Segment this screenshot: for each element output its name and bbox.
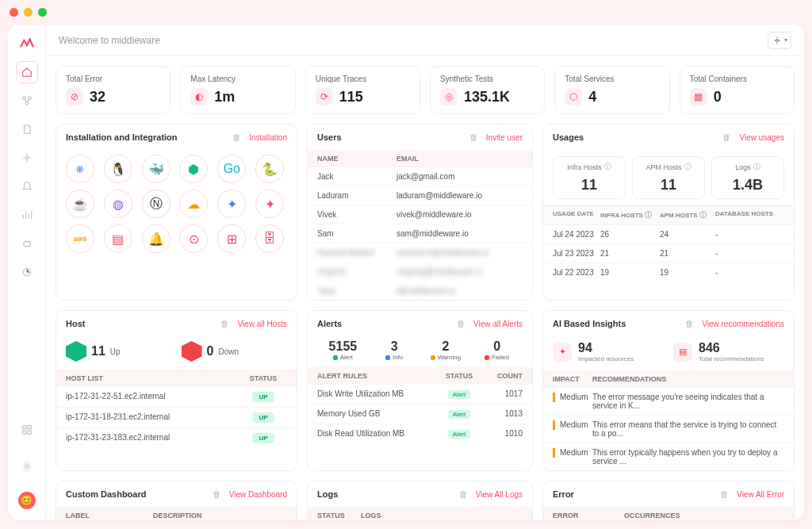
svg-point-12 — [25, 465, 29, 468]
install-integration-icon[interactable]: ✦ — [217, 190, 246, 218]
containers-icon: ▦ — [690, 88, 707, 105]
install-linux-icon[interactable]: 🐧 — [104, 155, 132, 183]
info-icon[interactable]: ⓘ — [699, 211, 707, 219]
table-row[interactable]: ip-172-31-18-231.ec2.internalUP — [56, 408, 297, 428]
view-all-error-link[interactable]: View All Error — [737, 490, 784, 499]
sidebar-item-logs[interactable] — [16, 118, 38, 140]
sidebar-item-rum[interactable] — [16, 261, 38, 283]
svg-point-6 — [28, 240, 29, 240]
info-icon[interactable]: ⓘ — [753, 162, 760, 172]
view-dashboard-link[interactable]: View Dashboard — [229, 490, 287, 499]
table-row[interactable]: ip-172-31-23-183.ec2.internalUP — [56, 428, 297, 448]
table-row[interactable]: Jul 23 20232121- — [543, 244, 794, 263]
info-icon[interactable]: ⓘ — [645, 211, 652, 219]
table-row[interactable]: MediumThe error message you're seeing in… — [543, 388, 794, 416]
user-avatar[interactable]: 😊 — [18, 492, 36, 509]
view-all-logs-link[interactable]: View All Logs — [476, 490, 523, 499]
insights-panel: AI Based Insights 🗑 View recommendations… — [542, 310, 795, 471]
sidebar-item-settings[interactable] — [16, 455, 38, 477]
table-row[interactable]: Samsam@middleware.io — [308, 224, 532, 243]
sidebar-item-synthetics[interactable] — [16, 232, 38, 255]
install-integration-icon[interactable]: ⊞ — [217, 224, 246, 253]
table-row[interactable]: MediumThis error means that the service … — [543, 416, 794, 443]
view-all-hosts-link[interactable]: View all Hosts — [237, 320, 287, 328]
table-row[interactable]: Jul 22 20231919- — [543, 263, 794, 282]
table-row[interactable]: Vivekvivek@middleware.io — [308, 205, 532, 224]
installation-link[interactable]: Installation — [249, 133, 287, 142]
sidebar-item-alerts[interactable] — [16, 175, 38, 197]
svg-rect-11 — [28, 431, 31, 434]
trash-icon[interactable]: 🗑 — [685, 319, 694, 328]
trash-icon[interactable]: 🗑 — [720, 489, 729, 499]
table-row[interactable]: Memory Used GBAlert1013 — [308, 404, 532, 424]
dot-icon — [485, 355, 489, 360]
install-integration-icon[interactable]: ⊙ — [179, 224, 208, 253]
trash-icon[interactable]: 🗑 — [457, 319, 465, 328]
trash-icon[interactable]: 🗑 — [469, 132, 478, 142]
row-3: Host 🗑 View all Hosts 11Up 0Down HOST LI… — [56, 310, 795, 471]
kpi-value: 135.1K — [464, 89, 510, 105]
svg-point-13 — [776, 39, 778, 41]
install-aws-icon[interactable]: aws — [66, 224, 94, 253]
traffic-close[interactable] — [10, 8, 18, 17]
sidebar-item-home[interactable] — [16, 61, 38, 83]
impacted-icon: ✦ — [553, 343, 572, 362]
install-golang-icon[interactable]: Go — [217, 155, 246, 183]
view-usages-link[interactable]: View usages — [739, 133, 784, 142]
table-row[interactable]: Jackjack@gmail.com — [308, 167, 532, 186]
install-integration-icon[interactable]: ▤ — [104, 224, 132, 253]
install-php-icon[interactable]: ◍ — [104, 190, 132, 218]
row-4: Custom Dashboard 🗑 View Dashboard LABELD… — [56, 481, 795, 520]
error-panel: Error 🗑 View All Error ERROROCCURRENCES … — [542, 481, 795, 520]
view-recommendations-link[interactable]: View recommendations — [702, 320, 784, 328]
install-nextjs-icon[interactable]: Ⓝ — [142, 190, 170, 218]
integration-grid: ⎈ 🐧 🐳 ⬢ Go 🐍 ☕ ◍ Ⓝ ☁ ✦ ✦ aws ▤ — [56, 150, 297, 263]
users-panel: Users 🗑 Invite user NAMEEMAIL Jackjack@g… — [307, 124, 533, 301]
invite-user-link[interactable]: Invite user — [486, 133, 523, 142]
install-docker-icon[interactable]: 🐳 — [142, 155, 170, 183]
install-integration-icon[interactable]: 🔔 — [142, 224, 170, 253]
install-cloudflare-icon[interactable]: ☁ — [179, 190, 208, 218]
custom-dashboard-panel: Custom Dashboard 🗑 View Dashboard LABELD… — [56, 481, 297, 520]
table-row[interactable]: Disk Write Utilization MBAlert1017 — [308, 385, 532, 404]
usage-card-apm: APM Hostsⓘ11 — [632, 156, 705, 199]
panel-title: Error — [553, 489, 574, 499]
svg-rect-8 — [22, 426, 25, 429]
install-integration-icon[interactable]: 🗄 — [255, 224, 284, 253]
install-node-icon[interactable]: ⬢ — [179, 155, 208, 183]
sidebar-item-apps[interactable] — [16, 419, 38, 441]
traffic-max[interactable] — [38, 8, 47, 17]
sidebar-item-dashboards[interactable] — [16, 204, 38, 226]
install-integration-icon[interactable]: ✦ — [255, 190, 284, 218]
dot-icon — [333, 355, 338, 360]
panel-title: AI Based Insights — [553, 319, 626, 328]
trash-icon[interactable]: 🗑 — [722, 132, 731, 142]
table-row[interactable]: Laduramladuram@middleware.io — [308, 186, 532, 205]
install-python-icon[interactable]: 🐍 — [255, 155, 284, 183]
column-header: OCCURRENCES — [624, 512, 784, 519]
install-kubernetes-icon[interactable]: ⎈ — [66, 155, 94, 183]
sidebar-item-traces[interactable] — [16, 147, 38, 169]
trash-icon[interactable]: 🗑 — [232, 132, 241, 142]
info-icon[interactable]: ⓘ — [684, 162, 691, 172]
info-icon[interactable]: ⓘ — [604, 162, 611, 172]
view-all-alerts-link[interactable]: View all Alerts — [473, 320, 523, 328]
kpi-value: 4 — [588, 89, 596, 105]
panel-title: Custom Dashboard — [66, 489, 146, 499]
kpi-title: Max Latency — [190, 75, 285, 83]
traffic-min[interactable] — [24, 8, 33, 17]
topbar: Welcome to middleware ▾ — [46, 25, 804, 56]
table-row[interactable]: MediumThis error typically happens when … — [543, 443, 794, 470]
trash-icon[interactable]: 🗑 — [220, 319, 229, 328]
trash-icon[interactable]: 🗑 — [459, 489, 468, 499]
install-java-icon[interactable]: ☕ — [66, 190, 94, 218]
host-panel: Host 🗑 View all Hosts 11Up 0Down HOST LI… — [56, 310, 297, 471]
trash-icon[interactable]: 🗑 — [213, 489, 221, 499]
panel-title: Logs — [317, 489, 338, 499]
usages-panel: Usages 🗑 View usages Infra Hostsⓘ11 APM … — [542, 124, 795, 301]
table-row[interactable]: ip-172-31-22-51.ec2.internalUP — [56, 387, 297, 408]
table-row[interactable]: Disk Read Utilization MBAlert1010 — [308, 424, 532, 443]
sidebar-item-infra[interactable] — [16, 90, 38, 112]
table-row[interactable]: Jul 24 20232624- — [543, 225, 794, 244]
settings-dropdown-button[interactable]: ▾ — [768, 32, 791, 49]
